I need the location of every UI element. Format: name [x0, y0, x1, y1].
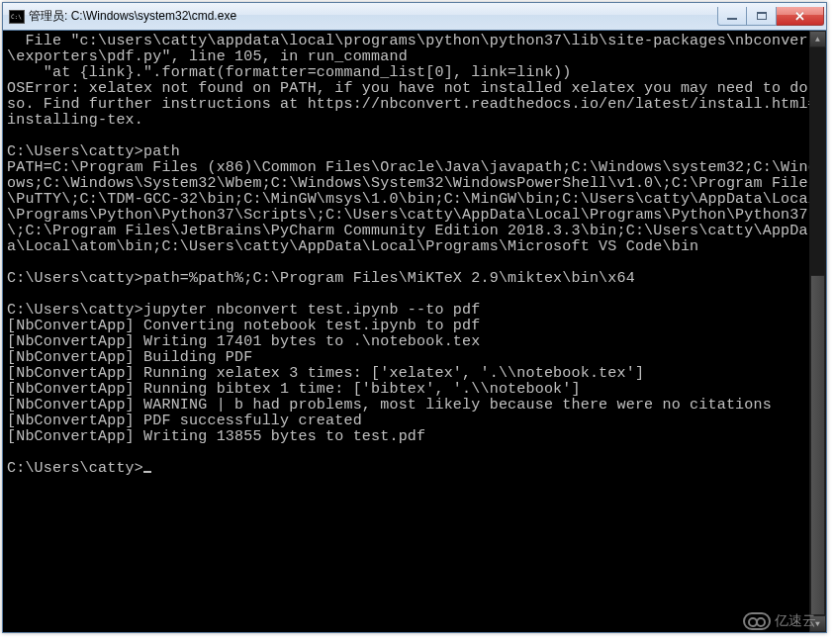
scroll-thumb[interactable] [810, 275, 825, 615]
window-title: 管理员: C:\Windows\system32\cmd.exe [29, 8, 717, 25]
cursor [143, 471, 151, 473]
window-controls: ✕ [717, 7, 824, 26]
minimize-button[interactable] [717, 7, 747, 26]
maximize-icon [757, 12, 767, 20]
scroll-track[interactable] [809, 47, 826, 615]
vertical-scrollbar[interactable]: ▲ ▼ [809, 31, 826, 632]
minimize-icon [727, 18, 737, 20]
scroll-up-button[interactable]: ▲ [809, 31, 826, 47]
close-button[interactable]: ✕ [777, 7, 824, 26]
scroll-down-button[interactable]: ▼ [809, 615, 826, 632]
maximize-button[interactable] [747, 7, 777, 26]
terminal-body[interactable]: File "c:\users\catty\appdata\local\progr… [3, 31, 826, 632]
titlebar[interactable]: 管理员: C:\Windows\system32\cmd.exe ✕ [3, 3, 826, 31]
cmd-window: 管理员: C:\Windows\system32\cmd.exe ✕ File … [2, 2, 827, 633]
cmd-icon [9, 10, 25, 24]
terminal-output: File "c:\users\catty\appdata\local\progr… [7, 34, 826, 477]
close-icon: ✕ [794, 10, 805, 23]
